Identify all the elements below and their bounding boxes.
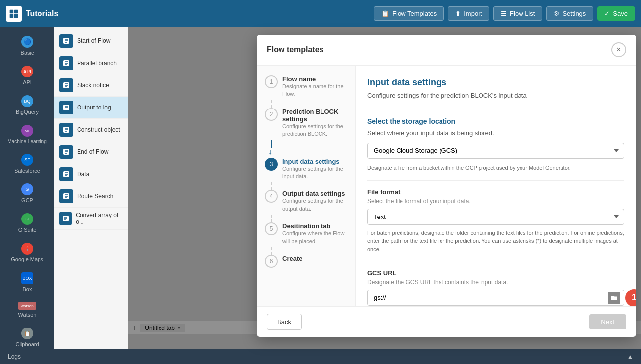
settings-icon: ⚙ [554,10,560,17]
content-subtitle: Configure settings for the prediction BL… [367,92,624,99]
back-button[interactable]: Back [267,314,302,330]
flow-item-parallel[interactable]: Parallel branch [54,52,128,74]
close-icon: × [616,45,621,54]
wizard-step-2: 2 Prediction BLOCK settings Configure se… [265,108,347,138]
sidebar-item-basic[interactable]: 🔵 Basic [2,32,52,60]
wizard-step-1-content: Flow name Designate a name for the Flow. [282,75,347,98]
svg-rect-1 [14,9,18,13]
gcs-url-wrapper: 1 [367,290,624,306]
modal-body: 1 Flow name Designate a name for the Flo… [257,66,636,306]
wizard-step-1: 1 Flow name Designate a name for the Flo… [265,75,347,98]
flow-item-data[interactable]: Data [54,163,128,185]
wizard-step-6-num: 6 [265,255,278,268]
sidebar-item-google-maps[interactable]: 📍 Google Maps [2,239,52,266]
sidebar-item-machine-learning[interactable]: ML Machine Learning [2,121,52,148]
wizard-sidebar: 1 Flow name Designate a name for the Flo… [257,66,356,306]
wizard-step-5: 5 Desitination tab Configure where the F… [265,222,347,245]
wizard-step-6-content: Create [282,255,302,268]
flow-item-route-search[interactable]: Route Search [54,185,128,208]
storage-location-select[interactable]: Google Cloud Storage (GCS)Amazon S3Local… [367,143,624,159]
wizard-step-5-num: 5 [265,222,278,235]
file-format-select[interactable]: TextImageCSV [367,209,624,225]
wizard-step-5-title: Desitination tab [282,222,347,230]
folder-icon[interactable] [608,292,620,304]
next-button[interactable]: Next [589,314,626,329]
file-format-note: For batch predictions, designate the fol… [367,229,624,254]
flow-list-icon: ☰ [501,10,507,17]
flow-item-output-log[interactable]: Output to log [54,97,128,119]
wizard-connector-5 [271,247,347,255]
logs-bar: Logs ▲ [0,349,641,364]
storage-section-title: Select the storage location [367,117,624,125]
wizard-step-6: 6 Create [265,255,347,268]
flow-item-start[interactable]: Start of Flow [54,30,128,52]
import-icon: ⬆ [455,10,461,17]
sidebar-item-api[interactable]: API API [2,62,52,89]
sidebar-item-box[interactable]: BOX Box [2,268,52,296]
flow-item-convert-array-icon [59,212,72,225]
wizard-step-2-content: Prediction BLOCK settings Configure sett… [282,108,347,138]
clipboard-icon: 📋 [21,328,33,339]
gcs-url-label: GCS URL [367,269,624,277]
sidebar-item-clipboard[interactable]: 📋 Clipboard [2,324,52,351]
sidebar-item-salesforce[interactable]: SF Salesforce [2,150,52,178]
wizard-step-2-title: Prediction BLOCK settings [282,108,347,123]
machine-learning-icon: ML [21,125,33,137]
flow-item-route-search-label: Route Search [77,193,113,200]
flow-list-button[interactable]: ☰ Flow List [493,6,542,21]
wizard-arrow-icon: ↓ [268,148,347,156]
sidebar-item-bigquery[interactable]: BQ BigQuery [2,91,52,119]
wizard-step-4-title: Output data settings [282,190,347,197]
wizard-step-3-title: Input data settings [282,158,347,165]
svg-rect-3 [14,14,18,18]
main-layout: 🔵 Basic API API BQ BigQuery ML Machine L… [0,27,641,349]
wizard-step-1-num: 1 [265,75,278,88]
bucket-desc: Designate a file from a bucket within th… [367,164,624,172]
divider-3 [367,261,624,261]
wizard-step-2-num: 2 [265,108,278,121]
divider-2 [367,180,624,181]
flow-templates-button[interactable]: 📋 Flow Templates [374,6,444,21]
sidebar-item-gsuite[interactable]: G+ G Suite [2,209,52,237]
badge-1: 1 [625,289,636,307]
import-button[interactable]: ⬆ Import [448,6,489,21]
gcs-url-input[interactable] [367,290,624,306]
settings-button[interactable]: ⚙ Settings [546,6,593,21]
modal-footer: Back Next [257,306,636,337]
save-icon: ✓ [604,10,610,17]
modal-content-area: Input data settings Configure settings f… [356,66,636,306]
gcp-icon: G [21,183,33,195]
flow-item-construct[interactable]: Construct object [54,119,128,141]
flow-panel: Start of Flow Parallel branch Slack noti… [54,27,128,349]
box-icon: BOX [21,272,33,284]
flow-item-route-search-icon [59,189,73,203]
wizard-step-3: 3 Input data settings Configure settings… [265,158,347,181]
topbar: Tutorials 📋 Flow Templates ⬆ Import ☰ Fl… [0,0,641,27]
wizard-step-3-desc: Configure settings for the input data. [282,165,347,181]
wizard-connector-4 [271,215,347,222]
logs-toggle-icon[interactable]: ▲ [627,353,633,360]
content-title: Input data settings [367,77,624,88]
flow-item-output-log-icon [59,101,73,114]
flow-item-end[interactable]: End of Flow [54,141,128,163]
flow-templates-modal: Flow templates × 1 Flow name Designate a… [257,35,636,337]
flow-item-convert-array[interactable]: Convert array of o... [54,208,128,230]
sidebar-item-watson[interactable]: watson Watson [2,298,52,322]
file-format-sublabel: Select the file format of your input dat… [367,198,624,205]
sidebar-item-gcp[interactable]: G GCP [2,180,52,207]
sidebar: 🔵 Basic API API BQ BigQuery ML Machine L… [0,27,54,349]
storage-section-desc: Select where your input data is being st… [367,129,624,137]
flow-item-slack[interactable]: Slack notice [54,74,128,97]
watson-icon: watson [18,302,36,310]
flow-item-start-icon [59,34,73,48]
wizard-step-5-desc: Configure where the Flow will be placed. [282,230,347,245]
wizard-step-4: 4 Output data settings Configure setting… [265,190,347,213]
flow-item-parallel-label: Parallel branch [77,60,117,67]
svg-rect-0 [10,9,14,13]
modal-close-button[interactable]: × [611,42,626,57]
svg-rect-2 [10,14,14,18]
save-button[interactable]: ✓ Save [597,6,635,21]
wizard-step-2-desc: Configure settings for the prediction BL… [282,123,347,138]
flow-item-construct-icon [59,123,73,137]
flow-item-end-icon [59,145,73,159]
